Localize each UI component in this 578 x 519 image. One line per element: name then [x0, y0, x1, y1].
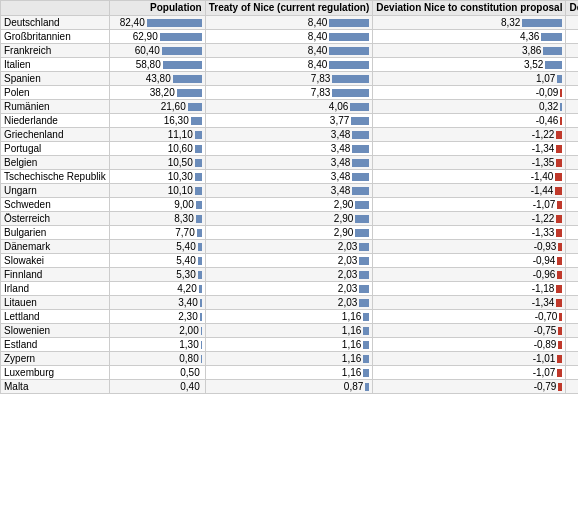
cell-dev-polish: 0,24: [566, 198, 578, 212]
nice-value: 7,83: [302, 87, 330, 98]
pop-bar-icon: [188, 103, 202, 111]
cell-dev-polish: 0,00: [566, 226, 578, 240]
nice-value: 7,83: [302, 73, 330, 84]
pop-value: 0,50: [168, 367, 200, 378]
nice-value: 3,48: [322, 185, 350, 196]
pop-value: 4,20: [165, 283, 197, 294]
pop-value: 10,30: [161, 171, 193, 182]
dev-const-value: -0,96: [523, 269, 555, 280]
cell-dev-const: -0,89: [373, 338, 566, 352]
table-row: Rumänien21,60 4,06 0,32 0,79: [1, 100, 579, 114]
main-table-container: Population Treaty of Nice (current regul…: [0, 0, 578, 394]
cell-country: Slowakei: [1, 254, 110, 268]
cell-country: Großbritannien: [1, 30, 110, 44]
pop-value: 60,40: [128, 45, 160, 56]
dev-const-bar-icon: [545, 61, 562, 69]
pop-bar-icon: [163, 61, 202, 69]
cell-dev-const: -0,93: [373, 240, 566, 254]
cell-country: Estland: [1, 338, 110, 352]
cell-country: Luxemburg: [1, 366, 110, 380]
cell-dev-const: -1,34: [373, 296, 566, 310]
table-row: Dänemark5,40 2,03 -0,93 0,40: [1, 240, 579, 254]
cell-population: 82,40: [109, 16, 205, 30]
cell-dev-const: 3,86: [373, 44, 566, 58]
cell-dev-const: -0,96: [373, 268, 566, 282]
dev-const-value: -0,79: [524, 381, 556, 392]
header-dev-polish: Deviation Nice to Polish proposal: [566, 1, 578, 16]
cell-dev-polish: 1,07: [566, 16, 578, 30]
cell-population: 1,30: [109, 338, 205, 352]
cell-population: 0,40: [109, 380, 205, 394]
nice-bar-icon: [355, 201, 369, 209]
cell-dev-const: -0,79: [373, 380, 566, 394]
cell-population: 38,20: [109, 86, 205, 100]
pop-bar-icon: [199, 285, 202, 293]
cell-nice: 2,03: [205, 240, 373, 254]
nice-value: 3,48: [322, 171, 350, 182]
cell-dev-polish: 0,39: [566, 254, 578, 268]
pop-value: 5,40: [164, 255, 196, 266]
cell-dev-const: -1,18: [373, 282, 566, 296]
nice-bar-icon: [332, 89, 369, 97]
cell-population: 2,30: [109, 310, 205, 324]
pop-bar-icon: [197, 229, 202, 237]
cell-nice: 8,40: [205, 58, 373, 72]
dev-const-value: -1,33: [522, 227, 554, 238]
cell-country: Ungarn: [1, 184, 110, 198]
dev-const-bar-icon: [556, 159, 562, 167]
table-row: Griechenland11,10 3,48 -1,22 -0,01: [1, 128, 579, 142]
cell-country: Bulgarien: [1, 226, 110, 240]
dev-const-value: -1,22: [522, 129, 554, 140]
cell-country: Spanien: [1, 72, 110, 86]
cell-nice: 3,77: [205, 114, 373, 128]
cell-dev-const: -0,75: [373, 324, 566, 338]
table-row: Polen38,20 7,83 -0,09 -1,39: [1, 86, 579, 100]
cell-population: 21,60: [109, 100, 205, 114]
nice-value: 2,03: [329, 283, 357, 294]
nice-bar-icon: [359, 243, 369, 251]
cell-nice: 2,03: [205, 296, 373, 310]
dev-const-bar-icon: [558, 243, 562, 251]
pop-value: 2,00: [167, 325, 199, 336]
cell-nice: 2,90: [205, 226, 373, 240]
pop-value: 5,30: [164, 269, 196, 280]
dev-const-bar-icon: [557, 75, 562, 83]
cell-dev-polish: 0,31: [566, 324, 578, 338]
nice-value: 1,16: [333, 311, 361, 322]
pop-value: 62,90: [126, 31, 158, 42]
pop-bar-icon: [196, 215, 202, 223]
table-row: Deutschland82,40 8,40 8,32 1,07: [1, 16, 579, 30]
dev-const-value: -1,34: [522, 297, 554, 308]
nice-bar-icon: [365, 383, 369, 391]
dev-const-value: -1,01: [523, 353, 555, 364]
nice-bar-icon: [329, 47, 369, 55]
nice-value: 3,48: [322, 143, 350, 154]
cell-dev-const: -1,07: [373, 198, 566, 212]
pop-value: 1,30: [167, 339, 199, 350]
nice-value: 3,77: [321, 115, 349, 126]
dev-const-value: 0,32: [526, 101, 558, 112]
table-row: Österreich8,30 2,90 -1,22 0,09: [1, 212, 579, 226]
cell-country: Schweden: [1, 198, 110, 212]
cell-population: 3,40: [109, 296, 205, 310]
nice-value: 8,40: [299, 17, 327, 28]
dev-const-bar-icon: [560, 89, 562, 97]
nice-value: 1,16: [333, 367, 361, 378]
cell-dev-polish: 0,41: [566, 310, 578, 324]
dev-const-bar-icon: [555, 173, 562, 181]
pop-value: 10,50: [161, 157, 193, 168]
dev-const-bar-icon: [556, 285, 562, 293]
table-row: Finnland5,30 2,03 -0,96 0,36: [1, 268, 579, 282]
dev-const-value: 8,32: [488, 17, 520, 28]
dev-const-value: -0,09: [526, 87, 558, 98]
cell-dev-polish: -0,10: [566, 156, 578, 170]
dev-const-bar-icon: [556, 299, 562, 307]
cell-nice: 3,48: [205, 128, 373, 142]
table-row: Italien58,80 8,40 3,52 -0,41: [1, 58, 579, 72]
cell-country: Finnland: [1, 268, 110, 282]
cell-population: 5,30: [109, 268, 205, 282]
table-row: Bulgarien7,70 2,90 -1,33 0,00: [1, 226, 579, 240]
cell-population: 10,50: [109, 156, 205, 170]
pop-value: 10,60: [161, 143, 193, 154]
nice-bar-icon: [332, 75, 369, 83]
